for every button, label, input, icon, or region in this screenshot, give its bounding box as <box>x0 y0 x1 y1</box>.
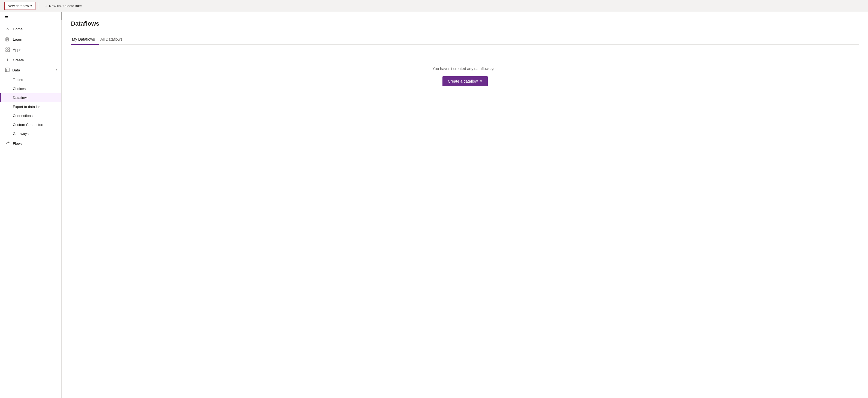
menu-icon: ☰ <box>4 15 8 21</box>
choices-label: Choices <box>13 87 26 91</box>
new-dataflow-button[interactable]: New dataflow ∨ <box>4 2 35 10</box>
data-expand-chevron-icon: ∧ <box>55 68 58 72</box>
tables-label: Tables <box>13 78 23 82</box>
tab-all-dataflows[interactable]: All Dataflows <box>99 35 127 45</box>
sidebar-sub-item-connections[interactable]: Connections <box>0 111 62 120</box>
home-icon: ⌂ <box>5 27 10 31</box>
sidebar-sub-item-gateways[interactable]: Gateways <box>0 129 62 138</box>
sidebar-item-flows[interactable]: Flows <box>0 138 62 148</box>
data-icon <box>5 68 9 73</box>
custom-connectors-label: Custom Connectors <box>13 123 44 127</box>
new-link-label: New link to data lake <box>49 4 82 8</box>
new-dataflow-label: New dataflow <box>8 4 29 8</box>
page-title: Dataflows <box>71 20 859 27</box>
sidebar-item-create[interactable]: + Create <box>0 55 62 65</box>
new-link-to-data-lake-button[interactable]: + New link to data lake <box>42 2 85 10</box>
tab-all-dataflows-label: All Dataflows <box>100 37 122 41</box>
empty-state: You haven't created any dataflows yet. C… <box>71 67 859 86</box>
tab-my-dataflows-label: My Dataflows <box>72 37 95 41</box>
learn-icon <box>5 37 10 42</box>
main-content: Dataflows My Dataflows All Dataflows You… <box>62 12 868 398</box>
sidebar-item-create-label: Create <box>13 58 24 62</box>
tab-my-dataflows[interactable]: My Dataflows <box>71 35 99 45</box>
scroll-thumb <box>61 12 62 20</box>
scroll-indicator <box>61 12 62 398</box>
svg-rect-5 <box>8 48 9 49</box>
plus-icon: + <box>45 4 48 8</box>
sidebar-item-apps[interactable]: Apps <box>0 44 62 55</box>
main-layout: ☰ ⌂ Home Learn <box>0 12 868 398</box>
data-section-left: Data <box>5 68 20 73</box>
sidebar-item-home-label: Home <box>13 27 23 31</box>
svg-rect-4 <box>6 48 7 49</box>
create-btn-label: Create a dataflow <box>448 79 478 84</box>
hamburger-menu-button[interactable]: ☰ <box>0 12 62 24</box>
toolbar: New dataflow ∨ + New link to data lake <box>0 0 868 12</box>
sidebar-item-learn-label: Learn <box>13 37 22 41</box>
sidebar-item-learn[interactable]: Learn <box>0 34 62 44</box>
sidebar-sub-item-tables[interactable]: Tables <box>0 75 62 84</box>
new-dataflow-chevron-icon: ∨ <box>30 4 32 8</box>
toolbar-divider <box>39 3 39 9</box>
sidebar-item-flows-label: Flows <box>13 141 22 145</box>
apps-icon <box>5 47 10 52</box>
gateways-label: Gateways <box>13 132 29 136</box>
sidebar-sub-item-export-to-data-lake[interactable]: Export to data lake <box>0 102 62 111</box>
connections-label: Connections <box>13 114 32 118</box>
sidebar-item-data-label: Data <box>12 68 20 72</box>
sidebar-sub-item-choices[interactable]: Choices <box>0 84 62 93</box>
svg-rect-6 <box>6 50 7 52</box>
create-btn-chevron-icon: ∨ <box>480 79 482 83</box>
empty-state-text: You haven't created any dataflows yet. <box>433 67 498 71</box>
create-icon: + <box>5 58 10 62</box>
tabs-container: My Dataflows All Dataflows <box>71 35 859 45</box>
flows-icon <box>5 141 10 146</box>
sidebar-sub-item-dataflows[interactable]: Dataflows <box>0 93 62 102</box>
export-to-data-lake-label: Export to data lake <box>13 105 42 109</box>
svg-rect-8 <box>5 68 9 72</box>
sidebar-item-apps-label: Apps <box>13 48 21 52</box>
sidebar: ☰ ⌂ Home Learn <box>0 12 62 398</box>
sidebar-item-home[interactable]: ⌂ Home <box>0 24 62 34</box>
dataflows-label: Dataflows <box>13 96 28 100</box>
sidebar-sub-item-custom-connectors[interactable]: Custom Connectors <box>0 120 62 129</box>
create-dataflow-button[interactable]: Create a dataflow ∨ <box>442 76 488 86</box>
sidebar-item-data[interactable]: Data ∧ <box>0 65 62 75</box>
svg-rect-7 <box>8 50 9 52</box>
